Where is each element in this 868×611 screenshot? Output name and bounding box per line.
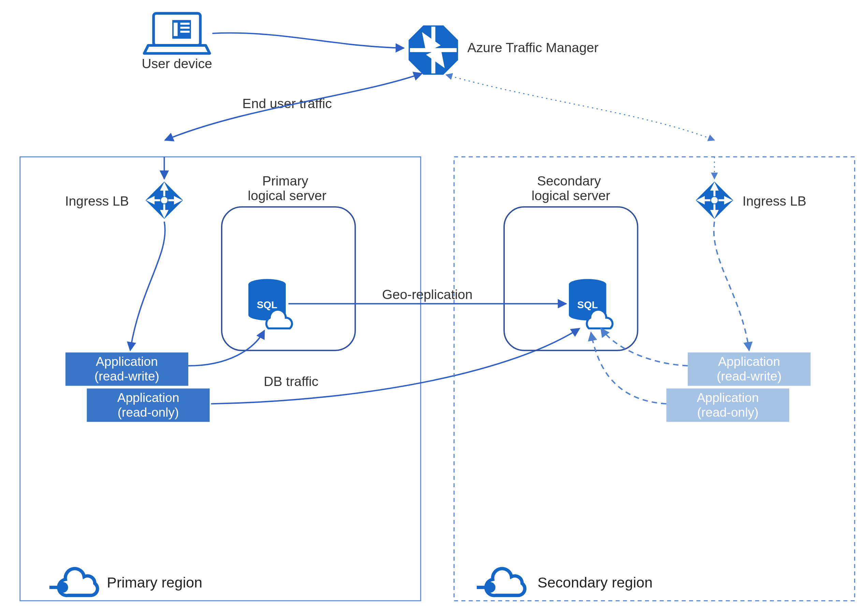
- user-device-label: User device: [141, 56, 212, 71]
- primary-logical-server-label: Primary logical server: [248, 173, 327, 203]
- svg-rect-3: [180, 23, 190, 25]
- secondary-region-cloud-icon: [477, 569, 525, 596]
- svg-rect-5: [180, 31, 190, 33]
- geo-replication-label: Geo-replication: [382, 287, 472, 302]
- arrow-primary-rw-to-sql: [188, 330, 264, 366]
- svg-text:SQL: SQL: [257, 299, 277, 310]
- svg-point-24: [711, 197, 718, 204]
- primary-app-rw-line1: Application: [96, 354, 158, 368]
- arrow-primary-ro-to-secondary-sql: [211, 328, 580, 404]
- secondary-app-ro-line1: Application: [697, 390, 759, 405]
- svg-point-10: [161, 197, 168, 204]
- secondary-logical-server-label: Secondary logical server: [532, 173, 611, 203]
- primary-ingress-lb-icon: [146, 181, 183, 219]
- secondary-sql-db-icon: SQL: [569, 279, 612, 328]
- db-traffic-label: DB traffic: [264, 374, 318, 389]
- arrow-primary-lb-to-app: [130, 222, 165, 351]
- secondary-app-ro-line2: (read-only): [697, 405, 758, 419]
- secondary-region-label: Secondary region: [538, 574, 653, 591]
- svg-point-21: [57, 582, 68, 592]
- user-device-icon: [144, 13, 210, 53]
- primary-region-cloud-icon: [50, 569, 98, 596]
- secondary-logical-server-box: [504, 207, 638, 351]
- primary-app-ro-line2: (read-only): [118, 405, 179, 419]
- architecture-diagram: User device Azure Traffic Manager End us…: [0, 0, 868, 611]
- svg-point-35: [485, 582, 495, 592]
- arrow-secondary-rw-to-sql: [601, 328, 688, 366]
- arrow-secondary-ro-to-sql: [591, 333, 666, 404]
- primary-ingress-lb-label: Ingress LB: [65, 194, 129, 208]
- secondary-app-rw-line1: Application: [718, 354, 780, 368]
- svg-rect-4: [180, 26, 190, 29]
- svg-rect-2: [174, 23, 178, 36]
- secondary-ingress-lb-label: Ingress LB: [742, 194, 806, 208]
- svg-text:SQL: SQL: [577, 299, 598, 310]
- arrow-user-to-tm: [212, 33, 404, 48]
- arrow-secondary-lb-to-app: [714, 222, 749, 351]
- primary-app-rw-line2: (read-write): [95, 369, 159, 383]
- traffic-manager-label: Azure Traffic Manager: [467, 40, 598, 55]
- secondary-app-rw-line2: (read-write): [716, 369, 781, 383]
- arrow-tm-to-secondary: [446, 75, 715, 140]
- secondary-ingress-lb-icon: [696, 181, 733, 219]
- traffic-manager-icon: [409, 25, 458, 75]
- primary-app-ro-line1: Application: [117, 390, 180, 405]
- primary-sql-db-icon: SQL: [248, 279, 292, 328]
- primary-region-label: Primary region: [107, 574, 202, 591]
